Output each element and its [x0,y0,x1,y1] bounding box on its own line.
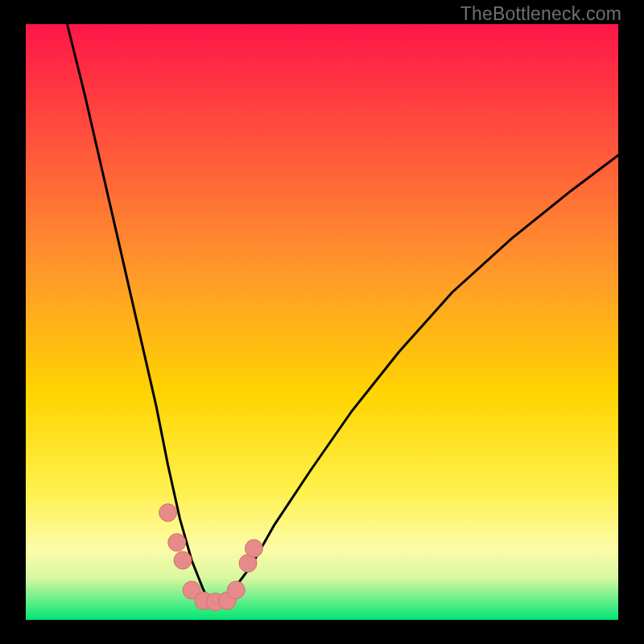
outer-frame: TheBottleneck.com [0,0,644,644]
curve-marker [174,551,192,569]
curve-markers [159,504,263,611]
curve-marker [168,534,186,551]
plot-area [26,24,618,620]
bottleneck-curve-path [68,24,619,602]
watermark-text: TheBottleneck.com [460,3,621,25]
curve-marker [245,539,262,557]
bottleneck-curve-svg [26,24,618,620]
curve-marker [159,504,177,522]
curve-marker [227,581,245,599]
